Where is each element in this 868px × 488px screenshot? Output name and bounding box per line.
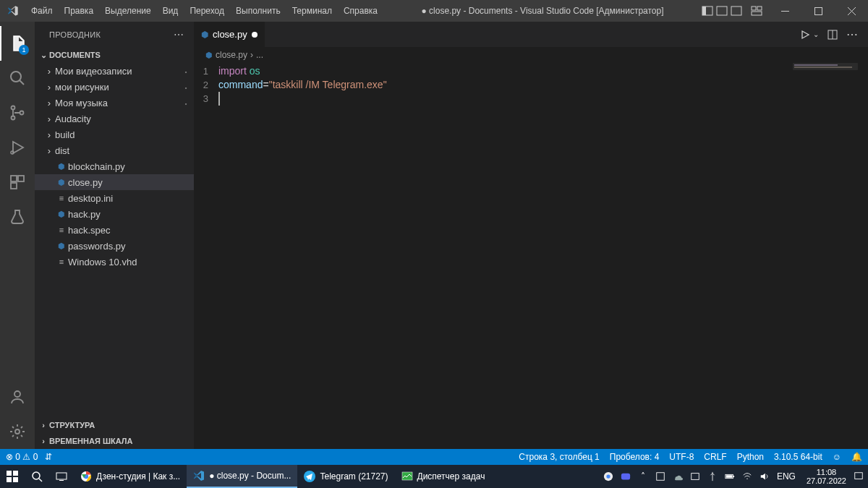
taskbar-app-chrome[interactable]: Дзен-студия | Как з... [74,465,187,488]
file-item[interactable]: ≡hack.spec [35,222,194,238]
menu-help[interactable]: Справка [338,0,383,22]
editor-area: ⬢ close.py ⌄ ⋯ ⬢ close.py › ... 123 impo… [194,22,868,449]
svg-rect-29 [59,480,64,481]
tray-security-icon[interactable] [690,471,701,482]
run-dropdown-icon[interactable]: ⌄ [813,30,819,38]
task-view-icon[interactable] [49,465,74,488]
activity-settings-icon[interactable] [0,414,35,449]
tray-language[interactable]: ENG [777,471,796,481]
outline-section[interactable]: › СТРУКТУРА [35,417,194,433]
breadcrumb[interactable]: ⬢ close.py › ... [194,47,868,63]
folder-root[interactable]: ⌄ DOCUMENTS [35,47,194,63]
file-item[interactable]: ⬢passwords.py [35,238,194,254]
tray-discord-icon[interactable] [621,471,631,482]
status-problems[interactable]: ⊗ 0 ⚠ 0 [6,452,38,462]
editor-more-icon[interactable]: ⋯ [846,27,859,41]
editor-layout-controls[interactable] [702,6,768,16]
status-ports-icon[interactable]: ⇵ [45,452,52,462]
warning-icon: ⚠ [22,452,30,462]
status-language[interactable]: Python [737,452,764,462]
activity-debug-icon[interactable] [0,130,35,165]
activity-scm-icon[interactable] [0,95,35,130]
status-encoding[interactable]: UTF-8 [669,452,694,462]
chevron-right-icon: › [43,145,55,156]
file-item[interactable]: ⬢hack.py [35,206,194,222]
status-feedback-icon[interactable]: ☺ [833,452,841,462]
notification-center-icon[interactable] [853,471,864,482]
file-item[interactable]: ⬢close.py [35,174,194,190]
tray-usb-icon[interactable] [707,471,718,482]
tray-battery-icon[interactable] [725,471,736,482]
tray-onedrive-icon[interactable] [673,471,684,482]
status-python-env[interactable]: 3.10.5 64-bit [774,452,822,462]
explorer-title: ПРОВОДНИК [49,30,101,39]
menu-view[interactable]: Вид [157,0,184,22]
menu-run[interactable]: Выполнить [230,0,286,22]
breadcrumb-tail[interactable]: ... [256,50,263,60]
explorer-more-icon[interactable]: ⋯ [174,29,185,40]
tab-close-py[interactable]: ⬢ close.py [194,22,265,47]
close-button[interactable] [835,0,868,22]
menu-go[interactable]: Переход [184,0,230,22]
tray-volume-icon[interactable] [760,471,770,482]
activity-search-icon[interactable] [0,61,35,95]
minimize-button[interactable] [768,0,801,22]
layout-panel-bottom-icon[interactable] [716,6,728,16]
code-line[interactable] [218,92,387,109]
explorer-sidebar: ПРОВОДНИК ⋯ ⌄ DOCUMENTS ›Мои видеозаписи… [35,22,194,449]
taskbar-app-telegram[interactable]: Telegram (21727) [297,465,394,488]
status-bell-icon[interactable]: 🔔 [851,452,862,462]
activity-bar: 1 [0,22,35,449]
code-editor[interactable]: 123 import oscommand="taskkill /IM Teleg… [194,63,868,109]
status-indentation[interactable]: Пробелов: 4 [610,452,660,462]
tree-item-label: Мои видеозаписи [55,66,184,77]
tray-app-icon[interactable] [655,471,666,482]
taskbar-app-vscode[interactable]: ● close.py - Docum... [187,465,297,488]
menu-edit[interactable]: Правка [59,0,100,22]
breadcrumb-file[interactable]: close.py [216,50,247,60]
svg-rect-38 [692,474,699,480]
tray-wifi-icon[interactable] [742,471,753,482]
taskbar-app-taskmgr[interactable]: Диспетчер задач [395,465,492,488]
file-item[interactable]: ⬢blockchain.py [35,158,194,174]
file-icon: ≡ [55,257,68,266]
folder-item[interactable]: ›Audacity [35,111,194,127]
activity-explorer-icon[interactable]: 1 [0,26,35,61]
tray-chevron-up-icon[interactable]: ˄ [638,471,649,482]
code-line[interactable]: import os [218,64,387,78]
svg-rect-37 [657,473,665,481]
layout-panel-left-icon[interactable] [702,6,713,16]
run-file-icon[interactable] [800,30,810,40]
taskbar-search-icon[interactable] [25,465,49,488]
tray-chrome-icon[interactable] [603,471,614,482]
maximize-button[interactable] [801,0,835,22]
timeline-section[interactable]: › ВРЕМЕННАЯ ШКАЛА [35,433,194,449]
customize-layout-icon[interactable] [751,6,762,16]
menu-selection[interactable]: Выделение [99,0,157,22]
folder-item[interactable]: ›build [35,127,194,142]
activity-testing-icon[interactable] [0,200,35,234]
activity-account-icon[interactable] [0,380,35,414]
folder-item[interactable]: ›мои рисунки⬩ [35,79,194,95]
split-editor-icon[interactable] [827,30,838,40]
folder-item[interactable]: ›Мои видеозаписи⬩ [35,63,194,79]
menu-bar: Файл Правка Выделение Вид Переход Выполн… [25,0,383,22]
taskbar-clock[interactable]: 11:08 27.07.2022 [802,468,846,485]
git-decorator-icon: ⬩ [184,83,194,91]
menu-terminal[interactable]: Терминал [286,0,338,22]
file-item[interactable]: ≡Windows 10.vhd [35,254,194,270]
activity-extensions-icon[interactable] [0,165,35,200]
svg-point-27 [33,472,40,479]
error-icon: ⊗ [6,452,13,462]
layout-panel-right-icon[interactable] [731,6,742,16]
minimap[interactable] [793,63,858,70]
code-line[interactable]: command="taskkill /IM Telegram.exe" [218,78,387,92]
status-cursor-pos[interactable]: Строка 3, столбец 1 [519,452,599,462]
folder-item[interactable]: ›dist [35,142,194,158]
start-button[interactable] [0,465,25,488]
menu-file[interactable]: Файл [25,0,59,22]
file-item[interactable]: ≡desktop.ini [35,190,194,206]
status-eol[interactable]: CRLF [704,452,726,462]
folder-item[interactable]: ›Моя музыка⬩ [35,95,194,111]
vscode-logo-icon [0,5,25,17]
